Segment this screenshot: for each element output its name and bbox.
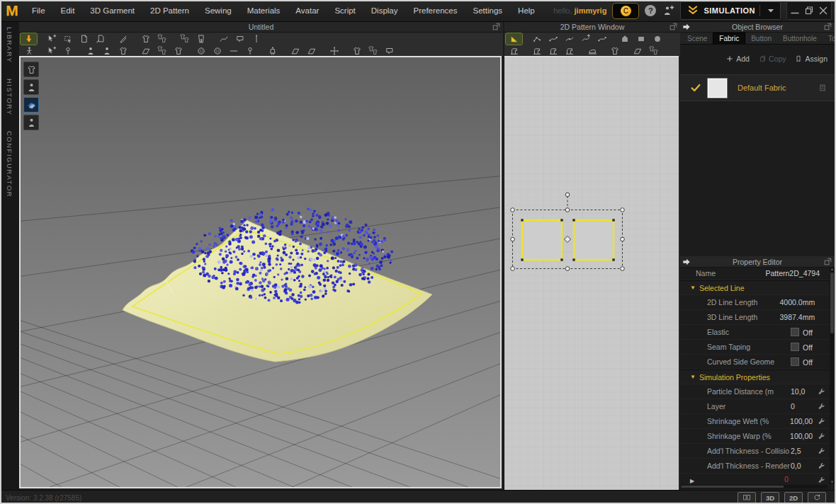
menu-item-script[interactable]: Script <box>327 0 363 21</box>
tab-scene[interactable]: Scene <box>682 33 713 44</box>
view-3d-button[interactable]: 3D <box>761 492 779 504</box>
fold-cloth-icon[interactable] <box>170 45 186 57</box>
avatar-walk-icon[interactable] <box>21 45 37 57</box>
chevron-down-icon[interactable] <box>764 4 777 17</box>
restore-button[interactable] <box>803 4 815 17</box>
stitch-line-icon[interactable] <box>225 45 242 57</box>
mode-dropdown[interactable]: SIMULATION <box>680 1 781 20</box>
avatar-pose-a-icon[interactable] <box>82 45 98 57</box>
fold-arrangement-icon[interactable] <box>154 33 170 45</box>
dock-tab-configurator[interactable]: CONFIGURATOR <box>6 131 13 197</box>
collapse-panel-icon[interactable] <box>682 22 691 31</box>
menu-item-settings[interactable]: Settings <box>465 0 511 21</box>
grab-cloth-icon[interactable] <box>137 45 154 57</box>
property-value[interactable]: 100,00 <box>790 432 813 440</box>
tab-buttonhole[interactable]: Buttonhole <box>777 33 823 44</box>
scrollbar-thumb[interactable] <box>830 273 834 333</box>
menu-item-materials[interactable]: Materials <box>239 0 288 21</box>
segment-sewing-icon[interactable] <box>506 45 522 57</box>
pin-tool-icon[interactable] <box>242 45 258 57</box>
free-sewing-icon[interactable] <box>529 45 545 57</box>
edit-curve-point-icon[interactable] <box>561 33 577 45</box>
wrench-icon[interactable] <box>817 475 826 484</box>
move-gizmo-icon[interactable] <box>326 45 342 57</box>
scroll-down-icon[interactable]: ▼ <box>830 480 835 484</box>
fabric-assign-icon[interactable] <box>818 83 827 93</box>
checkbox-value[interactable]: Off <box>791 357 813 367</box>
2d-window-titlebar[interactable]: 2D Pattern Window <box>504 21 680 33</box>
simulate-icon[interactable] <box>21 33 37 45</box>
arrange-all-icon[interactable] <box>365 45 381 57</box>
property-value[interactable]: 0 <box>791 402 813 411</box>
wrench-icon[interactable] <box>813 432 830 441</box>
texture-edit-icon[interactable] <box>629 45 645 57</box>
sync-view-button[interactable] <box>808 492 826 504</box>
assign-fabric-button[interactable]: Assign <box>794 55 827 63</box>
view-2d-button[interactable]: 2D <box>784 492 803 504</box>
pin-cloth-icon[interactable] <box>60 45 76 57</box>
checkbox-value[interactable]: Off <box>791 328 813 337</box>
expand-triangle-icon[interactable]: ▶ <box>690 478 694 484</box>
edit-sewing-2d-icon[interactable] <box>561 45 577 57</box>
2d-pattern-canvas[interactable] <box>504 56 679 490</box>
select-box-icon[interactable] <box>60 33 76 45</box>
section-simulation-properties[interactable]: ▼Simulation Properties <box>680 370 830 384</box>
property-value[interactable]: 10,0 <box>791 387 813 396</box>
reset-arrangement-icon[interactable] <box>381 45 397 57</box>
split-view-button[interactable] <box>738 492 756 504</box>
wrench-icon[interactable] <box>813 402 830 411</box>
pants-arrangement-icon[interactable] <box>193 33 209 45</box>
app-logo-icon[interactable]: M <box>0 0 24 21</box>
menu-item-file[interactable]: File <box>24 0 53 21</box>
show-avatar-icon[interactable] <box>23 79 39 95</box>
help-icon[interactable]: ? <box>645 5 656 16</box>
float-window-icon[interactable] <box>823 22 832 31</box>
float-window-icon[interactable] <box>492 22 501 31</box>
tab-topstitch[interactable]: Topstitch <box>823 33 836 44</box>
tack-curve-icon[interactable] <box>215 33 232 45</box>
ellipse-tool-icon[interactable] <box>649 33 665 45</box>
wrench-icon[interactable] <box>813 387 830 396</box>
fabric-list-item[interactable]: Default Fabric <box>680 74 835 101</box>
property-value[interactable]: 100,00 <box>790 417 813 425</box>
menu-item-3d-garment[interactable]: 3D Garment <box>82 0 142 21</box>
pattern-name-value[interactable]: Pattern2D_4794 <box>766 269 820 277</box>
horizontal-scrollbar[interactable] <box>682 485 827 488</box>
rectangle-tool-icon[interactable] <box>633 33 649 45</box>
move-pattern-icon[interactable] <box>92 33 108 45</box>
fabric-swatch[interactable] <box>707 78 728 98</box>
mn-sewing-icon[interactable] <box>545 45 561 57</box>
select-move-icon[interactable] <box>43 33 60 45</box>
buttonhole-tool-icon[interactable] <box>209 45 225 57</box>
edit-curvature-icon[interactable] <box>545 33 561 45</box>
checkbox-value[interactable]: Off <box>791 343 813 352</box>
add-point-split-icon[interactable] <box>577 33 594 45</box>
polygon-tool-icon[interactable] <box>616 33 633 45</box>
username[interactable]: jimmyrig <box>575 6 607 15</box>
transform-pattern-2d-icon[interactable] <box>506 33 522 45</box>
show-garment-icon[interactable] <box>606 45 623 57</box>
scroll-up-icon[interactable]: ▲ <box>830 267 835 271</box>
tab-button[interactable]: Button <box>745 33 777 44</box>
add-free-point-icon[interactable] <box>594 33 610 45</box>
property-editor-titlebar[interactable]: Property Editor <box>680 256 835 268</box>
menu-item-help[interactable]: Help <box>510 0 543 21</box>
annotation-balloon-icon[interactable] <box>232 33 248 45</box>
menu-item-preferences[interactable]: Preferences <box>406 0 465 21</box>
minimize-button[interactable] <box>789 4 801 17</box>
object-browser-titlebar[interactable]: Object Browser <box>680 21 835 33</box>
wind-cloth-icon[interactable] <box>154 45 170 57</box>
3d-window-titlebar[interactable]: Untitled <box>19 21 503 33</box>
show-bust-icon[interactable] <box>23 115 39 130</box>
coins-button[interactable]: C <box>612 3 639 19</box>
transform-pattern-icon[interactable] <box>76 33 92 45</box>
tab-fabric[interactable]: Fabric <box>713 33 745 44</box>
drape-b-icon[interactable] <box>303 45 320 57</box>
pressure-value[interactable]: 0 <box>784 475 789 483</box>
menu-item-edit[interactable]: Edit <box>53 0 83 21</box>
button-tool-icon[interactable] <box>193 45 209 57</box>
dock-tab-history[interactable]: HISTORY <box>6 79 13 115</box>
close-button[interactable] <box>817 4 830 17</box>
property-value[interactable]: 3987.4mm <box>780 313 815 321</box>
mannequin-tool-icon[interactable] <box>264 45 281 57</box>
